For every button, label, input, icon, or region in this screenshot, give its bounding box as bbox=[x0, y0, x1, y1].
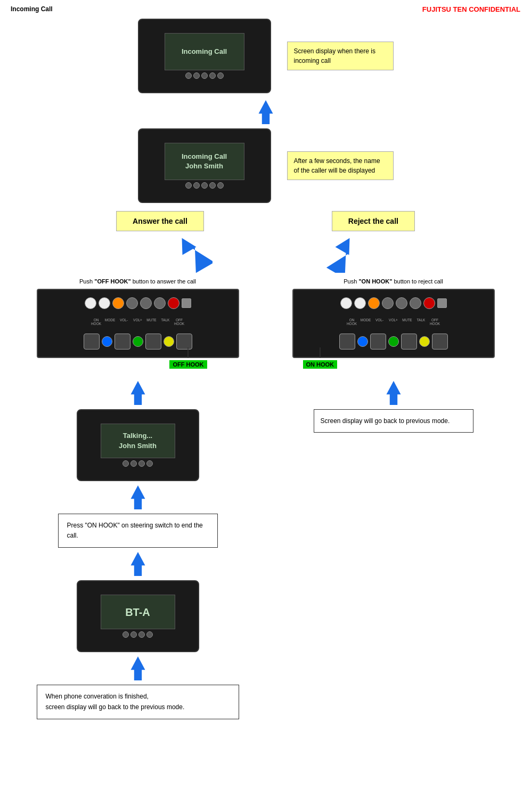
on-hook-callout: ON HOOK bbox=[303, 347, 338, 369]
bb-r2-g bbox=[388, 336, 399, 347]
bb-l2-g bbox=[133, 336, 143, 347]
split-section: Push "OFF HOOK" button to answer the cal… bbox=[11, 278, 520, 719]
arrow-right2 bbox=[383, 381, 404, 405]
control-board-right-wrap: ON HOOK MODE VOL- VOL+ MUTE TALK OFF HOO… bbox=[292, 289, 495, 358]
svg-marker-4 bbox=[130, 381, 145, 405]
end-call-box: Press "ON HOOK" on steering switch to en… bbox=[58, 514, 218, 548]
off-hook-tag: OFF HOOK bbox=[169, 360, 207, 369]
device1-screen: Incoming Call bbox=[165, 33, 244, 70]
note1-box: Screen display when there is incoming ca… bbox=[287, 42, 394, 70]
bb-r2-1 bbox=[339, 334, 355, 350]
device-step2: Incoming Call John Smith bbox=[138, 128, 271, 203]
arrow-left3 bbox=[127, 485, 149, 509]
bb-r-g1 bbox=[382, 297, 394, 309]
dev1-btn5 bbox=[217, 72, 224, 79]
on-hook-tag: ON HOOK bbox=[303, 360, 338, 369]
dev2-btn2 bbox=[193, 182, 200, 189]
device2-buttons bbox=[185, 182, 224, 189]
diagonal-arrows bbox=[31, 236, 500, 273]
note2-box: After a few seconds, the name of the cal… bbox=[287, 151, 394, 180]
dev2-btn3 bbox=[201, 182, 208, 189]
control-board-left-wrap: ON HOOK MODE VOL- VOL+ MUTE TALK OFF HOO… bbox=[37, 289, 239, 358]
main-flow: Incoming Call Screen display when there … bbox=[11, 19, 520, 725]
bb-l-g2 bbox=[140, 297, 152, 309]
device1-buttons bbox=[185, 72, 224, 79]
confidential-label: FUJITSU TEN CONFIDENTIAL bbox=[422, 5, 520, 13]
on-hook-bold: "ON HOOK" bbox=[358, 278, 392, 285]
svg-marker-0 bbox=[258, 100, 273, 124]
device-step1: Incoming Call bbox=[138, 19, 271, 93]
bb-r2-b bbox=[357, 336, 368, 347]
svg-marker-7 bbox=[130, 656, 145, 680]
bta-btn4 bbox=[146, 631, 153, 638]
arrow1 bbox=[255, 100, 276, 124]
bb-r-r1 bbox=[423, 297, 435, 309]
dev2-btn5 bbox=[217, 182, 224, 189]
answer-label: Answer the call bbox=[116, 211, 204, 231]
dev2-btn1 bbox=[185, 182, 192, 189]
reject-label: Reject the call bbox=[332, 211, 415, 231]
bb-l-g3 bbox=[154, 297, 166, 309]
push-reject-text: Push "ON HOOK" button to reject call bbox=[344, 278, 443, 285]
t-btn2 bbox=[130, 460, 137, 467]
board-right-labels: ON HOOK MODE VOL- VOL+ MUTE TALK OFF HOO… bbox=[346, 318, 441, 326]
bb-l2-1 bbox=[84, 334, 100, 350]
arrow-left2 bbox=[127, 381, 149, 405]
dev1-btn4 bbox=[209, 72, 216, 79]
bb-r-w2 bbox=[354, 297, 366, 309]
board-right-row1 bbox=[340, 297, 447, 309]
bb-l2-y bbox=[164, 336, 174, 347]
answer-col-label: Answer the call bbox=[116, 211, 204, 236]
arrow-left5 bbox=[127, 656, 149, 680]
answer-col: Push "OFF HOOK" button to answer the cal… bbox=[26, 278, 250, 719]
board-left-row1 bbox=[85, 297, 191, 309]
bb-l-d1 bbox=[182, 298, 191, 308]
talking-screen: Talking... John Smith bbox=[101, 424, 175, 458]
bta-buttons bbox=[122, 631, 153, 638]
step1-row: Incoming Call Screen display when there … bbox=[11, 19, 520, 93]
back-to-previous-box: Screen display will go back to previous … bbox=[314, 409, 473, 433]
t-btn1 bbox=[122, 460, 129, 467]
svg-marker-1 bbox=[175, 236, 212, 273]
bb-l-o1 bbox=[112, 297, 124, 309]
dev1-btn3 bbox=[201, 72, 208, 79]
dev1-btn2 bbox=[193, 72, 200, 79]
right-diag-arrow bbox=[266, 236, 500, 273]
bb-l-g1 bbox=[126, 297, 138, 309]
board-right-row2 bbox=[339, 334, 448, 350]
bb-r2-4 bbox=[432, 334, 448, 350]
bb-r-g2 bbox=[396, 297, 407, 309]
step2-row: Incoming Call John Smith After a few sec… bbox=[11, 128, 520, 203]
bb-r-o1 bbox=[368, 297, 380, 309]
bb-l2-2 bbox=[115, 334, 130, 350]
bb-r2-3 bbox=[401, 334, 417, 350]
left-diag-arrow bbox=[31, 236, 266, 273]
page-title: Incoming Call bbox=[11, 5, 53, 13]
reject-col: Push "ON HOOK" button to reject call bbox=[282, 278, 505, 719]
bb-r-g3 bbox=[410, 297, 421, 309]
push-answer-text: Push "OFF HOOK" button to answer the cal… bbox=[79, 278, 196, 285]
bb-r-d1 bbox=[437, 298, 447, 308]
reject-col-label: Reject the call bbox=[332, 211, 415, 236]
bb-r-w1 bbox=[340, 297, 352, 309]
t-btn4 bbox=[146, 460, 153, 467]
svg-marker-5 bbox=[130, 485, 145, 509]
finish-box: When phone converation is finished, scre… bbox=[37, 685, 239, 719]
bb-l-r1 bbox=[168, 297, 179, 309]
bb-r2-2 bbox=[370, 334, 386, 350]
arrow-left4 bbox=[127, 552, 149, 576]
off-hook-bold: "OFF HOOK" bbox=[94, 278, 130, 285]
svg-marker-6 bbox=[130, 552, 145, 576]
device-talking: Talking... John Smith bbox=[77, 409, 199, 481]
bta-btn2 bbox=[130, 631, 137, 638]
bta-btn1 bbox=[122, 631, 129, 638]
talking-buttons bbox=[122, 460, 153, 467]
dev1-btn1 bbox=[185, 72, 192, 79]
bb-r2-y bbox=[419, 336, 430, 347]
svg-marker-2 bbox=[324, 236, 361, 273]
bb-l2-3 bbox=[145, 334, 161, 350]
device-bta: BT-A bbox=[77, 580, 199, 652]
bta-btn3 bbox=[138, 631, 145, 638]
off-hook-callout: OFF HOOK bbox=[169, 347, 207, 369]
bb-l2-b bbox=[102, 336, 112, 347]
